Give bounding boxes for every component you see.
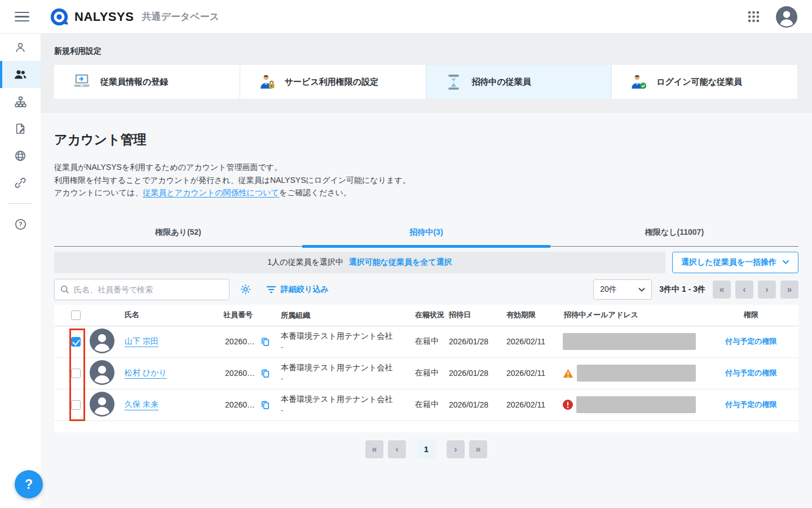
first-page-button[interactable]: « <box>365 440 383 458</box>
error-icon <box>563 400 573 410</box>
employee-name-link[interactable]: 久保 未来 <box>125 400 158 410</box>
employment-status: 在籍中 <box>414 368 445 378</box>
top-bar: NALYSYS 共通データベース <box>0 0 812 34</box>
expiry-date: 2026/02/11 <box>505 400 563 409</box>
sidebar-item-application[interactable] <box>0 115 41 142</box>
page-size-select[interactable]: 20件 <box>593 279 652 300</box>
sidebar-item-accounts[interactable] <box>0 61 41 88</box>
avatar <box>90 329 114 353</box>
search-box[interactable] <box>54 279 230 300</box>
brand-logo: NALYSYS 共通データベース <box>50 7 219 27</box>
current-page[interactable]: 1 <box>417 440 435 458</box>
copy-icon[interactable] <box>255 336 275 347</box>
advanced-filter-button[interactable]: 詳細絞り込み <box>266 284 329 295</box>
copy-icon[interactable] <box>255 368 275 379</box>
employee-table: 氏名 社員番号 所属組織 在籍状況 招待日 有効期限 招待中メールアドレス 権限… <box>54 305 798 432</box>
avatar <box>90 392 114 417</box>
invite-date: 2026/01/28 <box>445 369 505 378</box>
top-pager: « ‹ › » <box>713 281 798 299</box>
gear-icon <box>240 283 251 295</box>
select-all-link[interactable]: 選択可能な従業員を全て選択 <box>349 257 452 268</box>
sidebar-item-organization[interactable] <box>0 88 41 115</box>
employee-name-link[interactable]: 山下 宗田 <box>125 336 158 347</box>
first-page-button[interactable]: « <box>713 281 731 299</box>
setup-heading: 新規利用設定 <box>54 46 797 56</box>
redacted-email <box>577 365 696 382</box>
bulk-action-button[interactable]: 選択した従業員を一括操作 <box>672 252 798 273</box>
next-page-button[interactable]: › <box>758 281 776 299</box>
employment-status: 在籍中 <box>414 336 445 347</box>
description-line-1: 従業員がNALYSYSを利用するためのアカウント管理画面です。 <box>54 161 798 174</box>
tab-with-permission[interactable]: 権限あり(52) <box>54 221 302 246</box>
col-email: 招待中メールアドレス <box>563 310 704 320</box>
last-page-button[interactable]: » <box>469 440 487 458</box>
organization-sub: - <box>281 374 414 383</box>
employee-no: 20260… <box>223 337 255 346</box>
tab-invited[interactable]: 招待中(3) <box>302 221 550 246</box>
card-login-enabled[interactable]: ログイン可能な従業員 <box>612 65 797 99</box>
row-checkbox[interactable] <box>71 369 81 378</box>
col-expiry: 有効期限 <box>505 310 563 320</box>
status-tabs: 権限あり(52) 招待中(3) 権限なし(11007) <box>54 221 798 247</box>
chevron-down-icon <box>638 287 645 292</box>
prev-page-button[interactable]: ‹ <box>735 281 753 299</box>
organization: 本番環境テスト用テナント会社 <box>281 395 414 404</box>
sidebar-item-help[interactable]: ? <box>0 211 41 238</box>
row-checkbox[interactable] <box>71 337 81 347</box>
apps-grid-icon[interactable] <box>748 11 759 22</box>
next-page-button[interactable]: › <box>447 440 465 458</box>
app-window: NALYSYS 共通データベース <box>0 0 812 508</box>
card-label: 招待中の従業員 <box>472 77 531 87</box>
sidebar: ? <box>0 34 41 508</box>
sidebar-item-global[interactable] <box>0 142 41 169</box>
row-checkbox[interactable] <box>71 400 81 410</box>
planned-permission-link[interactable]: 付与予定の権限 <box>725 337 776 345</box>
prev-page-button[interactable]: ‹ <box>388 440 406 458</box>
organization: 本番環境テスト用テナント会社 <box>281 363 414 373</box>
copy-icon[interactable] <box>255 400 275 410</box>
people-icon <box>14 68 27 81</box>
description-line-2: 利用権限を付与することでアカウントが発行され、従業員はNALYSYSにログイン可… <box>54 174 798 187</box>
selection-count: 1人の従業員を選択中 <box>267 257 343 268</box>
hourglass-icon <box>444 73 463 91</box>
person-icon <box>14 41 27 54</box>
last-page-button[interactable]: » <box>780 281 798 299</box>
bottom-pager: « ‹ 1 › » <box>54 440 798 458</box>
employee-no: 20260… <box>223 400 255 409</box>
card-label: 従業員情報の登録 <box>100 77 168 87</box>
col-organization: 所属組織 <box>275 310 414 320</box>
filter-icon <box>266 286 276 294</box>
employee-name-link[interactable]: 松村 ひかり <box>125 368 167 379</box>
org-chart-icon <box>14 95 27 108</box>
description-line-3: アカウントについては、従業員とアカウントの関係性についてをご確認ください。 <box>54 186 798 199</box>
table-row: 山下 宗田 20260… 本番環境テスト用テナント会社- 在籍中 2026/01… <box>54 326 798 358</box>
organization: 本番環境テスト用テナント会社 <box>281 331 414 341</box>
planned-permission-link[interactable]: 付与予定の権限 <box>725 400 776 409</box>
sidebar-divider <box>8 203 33 204</box>
page-title: アカウント管理 <box>54 131 798 148</box>
planned-permission-link[interactable]: 付与予定の権限 <box>725 369 776 377</box>
relationship-help-link[interactable]: 従業員とアカウントの関係性について <box>143 188 279 198</box>
help-icon: ? <box>14 218 27 231</box>
user-avatar[interactable] <box>776 6 797 28</box>
select-all-checkbox[interactable] <box>71 310 81 320</box>
sidebar-item-profile[interactable] <box>0 34 41 61</box>
tab-no-permission[interactable]: 権限なし(11007) <box>550 221 798 246</box>
laptop-register-icon <box>72 73 91 91</box>
sidebar-item-links[interactable] <box>0 169 41 196</box>
card-employee-registration[interactable]: 従業員情報の登録 <box>54 65 240 99</box>
organization-sub: - <box>281 405 414 415</box>
person-check-icon <box>630 73 647 90</box>
search-icon <box>60 285 69 294</box>
card-service-permission[interactable]: サービス利用権限の設定 <box>240 65 426 99</box>
hamburger-menu-icon[interactable] <box>15 12 29 22</box>
search-input[interactable] <box>74 285 223 294</box>
employee-no: 20260… <box>223 369 255 378</box>
card-invited-employees[interactable]: 招待中の従業員 <box>426 65 612 99</box>
search-settings-button[interactable] <box>240 283 251 295</box>
brand-name: NALYSYS <box>74 10 134 24</box>
avatar <box>90 360 114 385</box>
page-description: 従業員がNALYSYSを利用するためのアカウント管理画面です。 利用権限を付与す… <box>54 161 798 199</box>
help-fab-button[interactable]: ? <box>15 470 43 498</box>
col-employee-no: 社員番号 <box>223 310 275 320</box>
